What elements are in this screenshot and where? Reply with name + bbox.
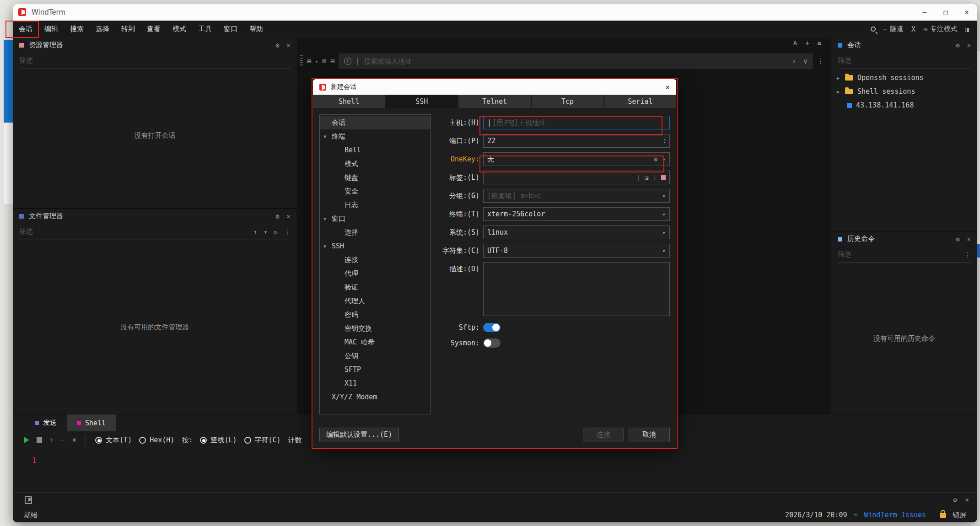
tab-shell-type[interactable]: Shell (313, 95, 386, 108)
drag-grip[interactable] (300, 55, 303, 67)
kebab-menu-icon[interactable]: ⋮ (817, 57, 824, 65)
dialog-title-bar[interactable]: 新建会话 × (313, 79, 676, 95)
gear-icon[interactable]: ⚙ (956, 42, 959, 49)
host-input[interactable]: | [用户@]主机地址 (483, 116, 670, 129)
dropdown-icon[interactable]: ▾ (264, 228, 267, 236)
tree-item-keyboard[interactable]: 键盘 (320, 171, 431, 184)
tag-input[interactable]: | ◪ | (483, 171, 670, 184)
tab-telnet[interactable]: Telnet (458, 95, 531, 108)
tab-serial[interactable]: Serial (604, 95, 676, 108)
up-arrow-icon[interactable]: ↑ (253, 228, 257, 236)
gear-icon[interactable]: ⚙ (275, 42, 279, 49)
tree-item-pubkey[interactable]: 公钥 (320, 349, 431, 363)
tab-shell[interactable]: Shell (67, 414, 116, 431)
collapsed-arrow-icon[interactable]: ▶ (837, 75, 845, 81)
menu-session[interactable]: 会话 (13, 21, 38, 38)
sftp-toggle[interactable] (483, 323, 501, 332)
tree-item-kex[interactable]: 密钥交换 (320, 322, 431, 335)
port-input[interactable]: 22 ▴▾ (483, 134, 670, 148)
dropdown-icon[interactable]: ▾ (662, 247, 666, 254)
minus-icon[interactable]: − (61, 436, 65, 444)
close-icon[interactable]: × (967, 42, 971, 49)
close-icon[interactable]: × (965, 496, 969, 504)
windterm-grey-icon[interactable] (25, 496, 32, 504)
onekey-select[interactable]: 无 ⚙ ▾ (483, 152, 670, 166)
new-session-dropdown-icon[interactable]: ▾ (315, 59, 318, 64)
plus-icon[interactable]: + (49, 436, 54, 444)
expanded-arrow-icon[interactable]: ▼ (323, 216, 332, 221)
session-item-host[interactable]: 43.138.141.168 (831, 98, 977, 112)
focus-mode-button[interactable]: ⊡ 专注模式 (923, 25, 957, 33)
gear-icon[interactable]: ⚙ (654, 156, 657, 163)
menu-view[interactable]: 查看 (141, 21, 167, 38)
dialog-close-icon[interactable]: × (665, 83, 670, 91)
tree-item-mode[interactable]: 模式 (320, 157, 431, 171)
tree-item-proxy[interactable]: 代理 (320, 267, 431, 280)
layout-icon[interactable]: ◨ (965, 26, 969, 33)
tree-item-mac[interactable]: MAC 哈希 (320, 335, 431, 349)
gear-icon[interactable]: ⚙ (956, 236, 959, 243)
stop-icon[interactable] (37, 437, 42, 443)
title-bar[interactable]: WindTerm – □ × (13, 4, 977, 21)
go-icon[interactable]: › (792, 57, 796, 65)
group-combo[interactable]: [嵌套组] a>b>c ▾ (483, 189, 670, 203)
menu-help[interactable]: 帮助 (243, 21, 269, 38)
tree-item-security[interactable]: 安全 (320, 184, 431, 198)
play-icon[interactable] (24, 437, 29, 443)
connect-button[interactable]: 连接 (583, 428, 624, 441)
file-manager-filter-input[interactable]: 筛选 ↑ ▾ ↻ ⋮ (19, 224, 291, 240)
spin-down-icon[interactable]: ▾ (663, 141, 666, 144)
dropdown-icon[interactable]: ▾ (662, 211, 666, 218)
sysmon-toggle[interactable] (483, 338, 501, 348)
issues-link[interactable]: WindTerm Issues (864, 511, 926, 519)
terminal-type-select[interactable]: xterm-256color ▾ (483, 207, 670, 221)
tree-item-connect[interactable]: 连接 (320, 253, 431, 267)
edit-defaults-button[interactable]: 编辑默认设置...(E) (319, 428, 399, 441)
sessions-filter-input[interactable]: 筛选 (838, 53, 971, 69)
tree-item-select[interactable]: 选择 (320, 225, 431, 239)
kebab-menu-icon[interactable]: ⋮ (964, 251, 971, 258)
restore-session-icon[interactable]: ⊟ (330, 57, 334, 65)
tag-color-icon[interactable]: ◪ (645, 174, 648, 181)
close-session-icon[interactable]: ⊠ (322, 57, 326, 65)
close-icon[interactable]: × (967, 236, 971, 243)
tree-item-window[interactable]: ▼窗口 (320, 212, 431, 225)
tree-item-x11[interactable]: X11 (320, 376, 431, 390)
hamburger-icon[interactable]: ≡ (818, 39, 821, 47)
expand-icon[interactable]: ∨ (803, 57, 808, 65)
address-search-input[interactable]: i | 搜索或输入地址 › ∨ (339, 54, 813, 69)
radio-hex[interactable]: Hex(H) (139, 436, 174, 444)
tree-item-agent[interactable]: 代理人 (320, 294, 431, 308)
tree-item-xyz-modem[interactable]: X/Y/Z Modem (320, 390, 431, 404)
expanded-arrow-icon[interactable]: ▼ (323, 134, 332, 139)
menu-select[interactable]: 选择 (90, 21, 115, 38)
tree-item-bell[interactable]: Bell (320, 143, 431, 157)
gear-icon[interactable]: ⚙ (275, 213, 279, 220)
tree-item-auth[interactable]: 验证 (320, 280, 431, 294)
minimize-button[interactable]: – (914, 4, 935, 21)
tag-swatch-icon[interactable] (661, 175, 666, 180)
radio-char[interactable]: 字符(C) (244, 436, 281, 445)
tab-tcp[interactable]: Tcp (532, 95, 604, 108)
tree-item-session[interactable]: 会话 (320, 116, 431, 129)
menu-window[interactable]: 窗口 (218, 21, 243, 38)
refresh-icon[interactable]: ↻ (274, 228, 278, 236)
session-folder-openssh[interactable]: ▶ Openssh sessions (831, 71, 977, 85)
tree-item-log[interactable]: 日志 (320, 198, 431, 212)
kebab-menu-icon[interactable]: ⋮ (284, 228, 291, 236)
menu-mode[interactable]: 模式 (167, 21, 192, 38)
tree-item-ssh[interactable]: ▼SSH (320, 239, 431, 253)
dropdown-icon[interactable]: ▾ (662, 229, 666, 236)
lock-screen-label[interactable]: 锁屏 (953, 511, 966, 520)
maximize-button[interactable]: □ (935, 4, 956, 21)
history-filter-input[interactable]: 筛选 ⋮ (838, 247, 971, 263)
info-icon[interactable]: i (344, 58, 351, 65)
close-icon[interactable]: × (72, 436, 76, 444)
tree-item-sftp[interactable]: SFTP (320, 363, 431, 376)
dropdown-icon[interactable]: ▾ (662, 193, 666, 199)
menu-edit[interactable]: 编辑 (38, 21, 64, 38)
tab-ssh[interactable]: SSH (386, 95, 458, 108)
gear-icon[interactable]: ⚙ (953, 496, 957, 504)
system-select[interactable]: linux ▾ (483, 225, 670, 239)
description-textarea[interactable] (483, 262, 670, 316)
